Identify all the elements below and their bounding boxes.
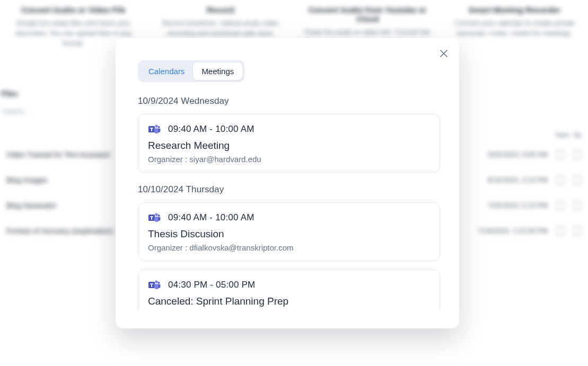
tab-meetings[interactable]: Meetings bbox=[193, 63, 242, 80]
meeting-time-row: 04:30 PM - 05:00 PM bbox=[148, 279, 430, 291]
meeting-title: Thesis Discusion bbox=[148, 228, 430, 240]
teams-icon bbox=[148, 123, 161, 136]
tab-group: Calendars Meetings bbox=[116, 38, 459, 82]
meeting-title: Research Meeting bbox=[148, 140, 430, 151]
meeting-organizer: Organizer : dfialkovska@transkriptor.com bbox=[148, 243, 430, 252]
svg-point-3 bbox=[155, 125, 157, 128]
meeting-time: 09:40 AM - 10:00 AM bbox=[168, 124, 254, 135]
svg-point-9 bbox=[155, 281, 157, 283]
modal-backdrop[interactable]: Calendars Meetings 10/9/2024 Wednesday09… bbox=[0, 0, 588, 366]
meeting-time-row: 09:40 AM - 10:00 AM bbox=[148, 123, 430, 136]
meeting-time: 04:30 PM - 05:00 PM bbox=[168, 280, 255, 290]
svg-point-10 bbox=[158, 282, 160, 284]
meeting-card[interactable]: 09:40 AM - 10:00 AMResearch MeetingOrgan… bbox=[138, 114, 440, 173]
svg-point-7 bbox=[158, 215, 160, 217]
meeting-time: 09:40 AM - 10:00 AM bbox=[168, 212, 254, 223]
tab-calendars[interactable]: Calendars bbox=[140, 63, 193, 80]
teams-icon bbox=[148, 279, 161, 291]
svg-point-6 bbox=[155, 213, 157, 216]
meetings-modal: Calendars Meetings 10/9/2024 Wednesday09… bbox=[116, 38, 459, 328]
meetings-list[interactable]: 10/9/2024 Wednesday09:40 AM - 10:00 AMRe… bbox=[138, 94, 450, 310]
meeting-time-row: 09:40 AM - 10:00 AM bbox=[148, 211, 430, 224]
svg-point-4 bbox=[158, 126, 160, 128]
meeting-organizer: Organizer : siyar@hardvard.edu bbox=[148, 155, 430, 164]
date-heading: 10/9/2024 Wednesday bbox=[138, 96, 440, 106]
close-button[interactable] bbox=[438, 48, 450, 59]
meeting-card[interactable]: 04:30 PM - 05:00 PMCanceled: Sprint Plan… bbox=[138, 270, 440, 310]
meeting-card[interactable]: 09:40 AM - 10:00 AMThesis DiscusionOrgan… bbox=[138, 202, 440, 261]
meeting-title: Canceled: Sprint Planning Prep bbox=[148, 296, 430, 307]
date-heading: 10/10/2024 Thursday bbox=[138, 184, 440, 195]
teams-icon bbox=[148, 211, 161, 224]
close-icon bbox=[440, 50, 447, 57]
